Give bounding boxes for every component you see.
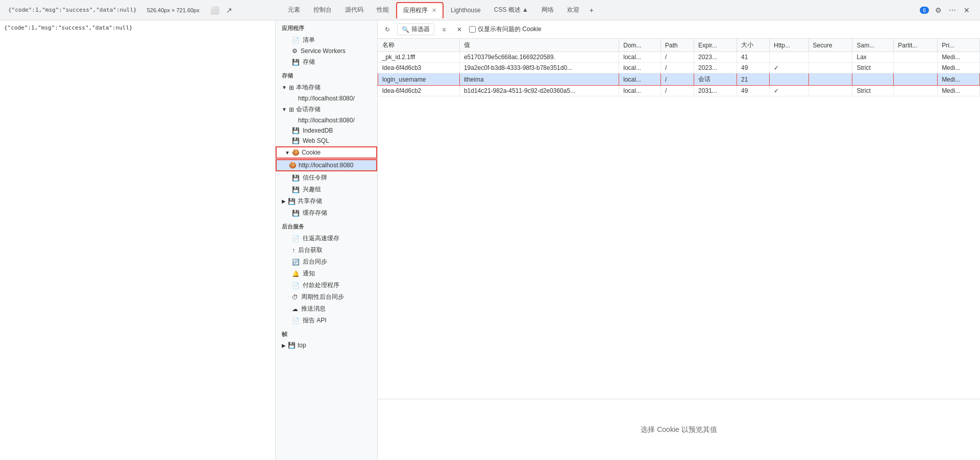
table-cell: local...	[619, 52, 661, 63]
device-toggle-icon[interactable]: ⬜	[210, 5, 220, 15]
filter-input[interactable]: 🔍 筛选器	[397, 23, 434, 35]
table-cell: Idea-6f4d6cb2	[378, 86, 460, 96]
table-cell: ✓	[770, 63, 809, 73]
reporting-api-icon: 📄	[292, 317, 300, 324]
table-cell: /	[661, 86, 694, 96]
col-header-httponly[interactable]: Http...	[770, 39, 809, 52]
table-row[interactable]: login_usernameitheimalocal.../会话21Medi..…	[378, 73, 980, 86]
more-options-icon[interactable]: ⋯	[947, 5, 958, 15]
interest-groups-icon: 💾	[292, 186, 300, 193]
page-preview: {"code":1,"msg":"success","data":null}	[0, 20, 276, 460]
sidebar-item-session-storage-url[interactable]: http://localhost:8080/	[276, 115, 377, 125]
tab-performance[interactable]: 性能	[371, 2, 395, 18]
settings-icon[interactable]: ⚙	[933, 5, 943, 15]
top-bar-right: 6 ⚙ ⋯ ✕	[916, 5, 976, 15]
frame-top-group[interactable]: ▶ 💾 top	[276, 340, 377, 350]
dimensions: 526.40px × 721.60px	[143, 7, 204, 13]
local-storage-group[interactable]: ▼ ⊞ 本地存储	[276, 82, 377, 93]
sidebar-item-websql[interactable]: 💾 Web SQL	[276, 136, 377, 146]
table-cell: login_username	[378, 73, 460, 86]
tab-lighthouse[interactable]: Lighthouse	[445, 2, 487, 18]
table-cell	[894, 63, 938, 73]
expand-frame-icon: ▶	[282, 343, 286, 348]
tab-console[interactable]: 控制台	[307, 2, 338, 18]
sidebar-item-storage[interactable]: 💾 存储	[276, 56, 377, 68]
sidebar-item-cookie-url[interactable]: 🍪 http://localhost:8080	[276, 159, 377, 171]
section-backend-label: 后台服务	[276, 219, 377, 233]
sidebar-item-reporting-api[interactable]: 📄 报告 API	[276, 315, 377, 326]
col-header-domain[interactable]: Dom...	[619, 39, 661, 52]
tab-welcome[interactable]: 欢迎	[561, 2, 585, 18]
cookie-url-icon: 🍪	[289, 162, 297, 169]
cache-storage-icon: 💾	[292, 210, 300, 217]
tab-css-overview[interactable]: CSS 概述 ▲	[488, 2, 534, 18]
table-cell: Lax	[852, 52, 894, 63]
sidebar-item-trust-token[interactable]: 💾 信任令牌	[276, 172, 377, 184]
bfcache-icon: 📄	[292, 235, 300, 242]
cookie-toolbar: ↻ 🔍 筛选器 ≡ ✕ 仅显示有问题的 Cookie	[378, 20, 980, 39]
tab-close-icon[interactable]: ✕	[432, 7, 436, 14]
tab-sources[interactable]: 源代码	[339, 2, 370, 18]
col-header-name[interactable]: 名称	[378, 39, 460, 52]
tab-elements[interactable]: 元素	[282, 2, 306, 18]
table-cell: local...	[619, 73, 661, 86]
notifications-icon: 🔔	[292, 270, 300, 277]
sidebar-item-notifications[interactable]: 🔔 通知	[276, 268, 377, 279]
sidebar-item-payment-handler[interactable]: 📄 付款处理程序	[276, 279, 377, 291]
sidebar-item-background-sync[interactable]: 🔃 后台同步	[276, 256, 377, 268]
section-storage-label: 存储	[276, 68, 377, 82]
inspect-icon[interactable]: ↗	[224, 5, 234, 15]
col-header-size[interactable]: 大小	[737, 39, 769, 52]
col-header-samesite[interactable]: Sam...	[852, 39, 894, 52]
table-cell: Medi...	[938, 86, 980, 96]
col-header-value[interactable]: 值	[459, 39, 619, 52]
table-row[interactable]: Idea-6f4d6cb2b1d14c21-982a-4511-9c92-d2e…	[378, 86, 980, 96]
columns-button[interactable]: ≡	[438, 24, 450, 35]
sidebar-item-periodic-bg-sync[interactable]: ⏱ 周期性后台同步	[276, 291, 377, 303]
sidebar-item-back-forward-cache[interactable]: 📄 往返高速缓存	[276, 233, 377, 244]
table-cell: Idea-6f4d6cb3	[378, 63, 460, 73]
col-header-path[interactable]: Path	[661, 39, 694, 52]
cookie-table: 名称 值 Dom... Path Expir... 大小 Http... Sec…	[378, 39, 980, 399]
sidebar-item-cache-storage[interactable]: 💾 缓存存储	[276, 207, 377, 219]
tab-network[interactable]: 网络	[535, 2, 560, 18]
sidebar-item-local-storage-url[interactable]: http://localhost:8080/	[276, 93, 377, 104]
filter-icon: 🔍	[402, 26, 409, 33]
refresh-button[interactable]: ↻	[382, 24, 393, 35]
tab-application[interactable]: 应用程序 ✕	[396, 2, 444, 18]
payment-icon: 📄	[292, 282, 300, 289]
clear-button[interactable]: ✕	[454, 24, 465, 35]
section-app-label: 应用程序	[276, 20, 377, 34]
table-cell: 49	[737, 86, 769, 96]
table-row[interactable]: Idea-6f4d6cb319a2ec0f-b3d8-4333-98f3-b78…	[378, 63, 980, 73]
table-cell	[808, 63, 852, 73]
storage-icon: 💾	[292, 59, 300, 66]
show-issues-only-checkbox[interactable]	[469, 26, 476, 33]
col-header-partition[interactable]: Partit...	[894, 39, 938, 52]
table-cell	[770, 73, 809, 86]
table-cell	[852, 73, 894, 86]
table-cell: 19a2ec0f-b3d8-4333-98f3-b78e351d0...	[459, 63, 619, 73]
add-tab-button[interactable]: +	[586, 5, 597, 15]
table-row[interactable]: _pk_id.2.1fffe5170379e5c668ac.1669220589…	[378, 52, 980, 63]
sidebar-item-push-messaging[interactable]: ☁ 推送消息	[276, 303, 377, 315]
close-devtools-icon[interactable]: ✕	[962, 5, 972, 15]
table-cell	[770, 52, 809, 63]
col-header-secure[interactable]: Secure	[808, 39, 852, 52]
sidebar-item-interest-groups[interactable]: 💾 兴趣组	[276, 184, 377, 195]
top-bar: {"code":1,"msg":"success","data":null} 5…	[0, 0, 980, 20]
expand-local-storage-icon: ▼	[282, 85, 287, 90]
cookie-icon: 🍪	[292, 149, 300, 156]
sidebar-item-service-workers[interactable]: ⚙ Service Workers	[276, 46, 377, 56]
sidebar-item-manifest[interactable]: 📄 清单	[276, 34, 377, 46]
table-cell: Strict	[852, 63, 894, 73]
shared-storage-group[interactable]: ▶ 💾 共享存储	[276, 195, 377, 207]
sidebar-item-indexeddb[interactable]: 💾 IndexedDB	[276, 125, 377, 136]
bg-fetch-icon: ↑	[292, 247, 295, 254]
col-header-priority[interactable]: Pri...	[938, 39, 980, 52]
show-issues-only-label[interactable]: 仅显示有问题的 Cookie	[469, 25, 542, 34]
col-header-expires[interactable]: Expir...	[694, 39, 737, 52]
sidebar-item-background-fetch[interactable]: ↑ 后台获取	[276, 244, 377, 256]
session-storage-group[interactable]: ▼ ⊞ 会话存储	[276, 104, 377, 115]
sidebar-item-cookie[interactable]: ▼ 🍪 Cookie	[276, 146, 377, 159]
